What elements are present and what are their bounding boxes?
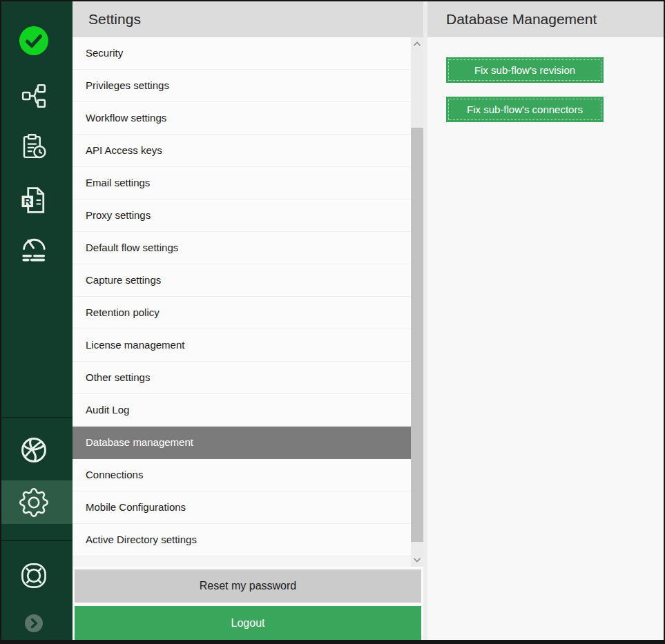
settings-list-item[interactable]: Other settings <box>73 362 411 394</box>
sidebar-divider <box>1 540 73 541</box>
settings-panel-title: Settings <box>73 1 423 37</box>
scroll-up-icon[interactable] <box>411 39 423 50</box>
settings-list-item[interactable]: Default flow settings <box>73 232 411 264</box>
network-globe-icon[interactable] <box>18 434 50 466</box>
settings-list-scrollbar[interactable] <box>411 37 423 567</box>
settings-list-viewport: SecurityPrivileges settingsWorkflow sett… <box>73 37 423 567</box>
help-lifebuoy-icon[interactable] <box>19 560 49 591</box>
svg-text:R: R <box>24 196 32 207</box>
settings-list-item[interactable]: Audit Log <box>73 394 411 427</box>
settings-list-item[interactable]: API Access keys <box>73 135 411 167</box>
detail-panel: Database Management Fix sub-flow's revis… <box>427 1 664 640</box>
sidebar-divider <box>1 417 73 418</box>
icon-sidebar: R <box>1 1 73 640</box>
settings-list-item[interactable]: Mobile Configurations <box>73 491 411 524</box>
scrollbar-thumb[interactable] <box>411 128 423 542</box>
detail-action-button[interactable]: Fix sub-flow's connectors <box>446 97 604 122</box>
settings-list-item[interactable]: Capture settings <box>73 264 411 297</box>
check-circle-icon[interactable] <box>19 26 49 56</box>
scroll-down-icon[interactable] <box>411 554 423 565</box>
settings-list-item[interactable]: Security <box>73 37 411 70</box>
detail-action-button[interactable]: Fix sub-flow's revision <box>446 57 604 83</box>
detail-actions: Fix sub-flow's revisionFix sub-flow's co… <box>427 37 664 136</box>
logout-button[interactable]: Logout <box>75 606 421 640</box>
settings-list-item[interactable]: Connections <box>73 459 411 491</box>
settings-panel: Settings SecurityPrivileges settingsWork… <box>73 1 423 640</box>
settings-list-item[interactable]: Active Directory settings <box>73 524 411 556</box>
settings-gear-icon[interactable] <box>19 488 48 517</box>
settings-list-item[interactable]: Privileges settings <box>73 70 411 102</box>
settings-list-item[interactable]: License management <box>73 329 411 362</box>
app-window: R <box>0 0 665 644</box>
report-document-icon[interactable]: R <box>19 185 49 215</box>
settings-list-item[interactable]: Retention policy <box>73 297 411 329</box>
settings-list-item[interactable]: Email settings <box>73 167 411 199</box>
flowchart-icon[interactable] <box>20 82 48 110</box>
settings-list-item[interactable]: Workflow settings <box>73 102 411 135</box>
settings-list-item[interactable]: Proxy settings <box>73 199 411 232</box>
settings-list: SecurityPrivileges settingsWorkflow sett… <box>73 37 411 556</box>
dashboard-gauge-icon[interactable] <box>19 232 49 262</box>
reset-password-button[interactable]: Reset my password <box>75 569 421 603</box>
expand-sidebar-icon[interactable] <box>25 614 43 632</box>
detail-panel-title: Database Management <box>427 1 664 37</box>
settings-list-item[interactable]: Database management <box>73 427 411 459</box>
scheduled-tasks-icon[interactable] <box>19 133 48 162</box>
